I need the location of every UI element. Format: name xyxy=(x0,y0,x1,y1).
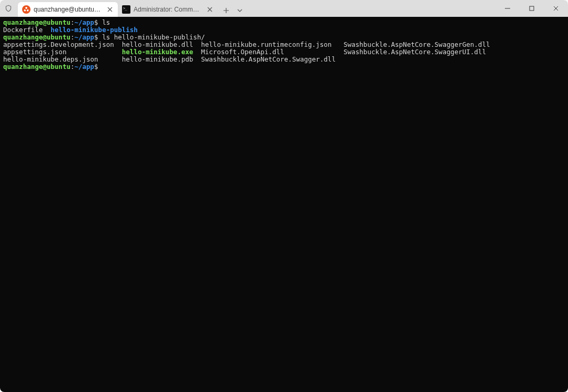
terminal-viewport[interactable]: quanzhange@ubuntu:~/app$ lsDockerfile he… xyxy=(0,17,568,392)
tab-cmd[interactable]: Administrator: Command Prom xyxy=(118,2,218,17)
tabs-strip: quanzhange@ubuntu: ~/app Administrator: … xyxy=(16,0,495,17)
title-bar: quanzhange@ubuntu: ~/app Administrator: … xyxy=(0,0,568,17)
tab-ubuntu[interactable]: quanzhange@ubuntu: ~/app xyxy=(18,2,118,17)
window-controls xyxy=(495,0,568,17)
ubuntu-icon xyxy=(22,5,31,14)
tab-close-button[interactable] xyxy=(206,6,214,13)
tab-title: Administrator: Command Prom xyxy=(134,6,202,13)
maximize-button[interactable] xyxy=(520,0,544,17)
tab-close-button[interactable] xyxy=(106,6,114,13)
close-window-button[interactable] xyxy=(544,0,568,17)
new-tab-button[interactable] xyxy=(220,4,232,17)
shield-icon xyxy=(4,4,13,13)
svg-rect-0 xyxy=(530,6,534,11)
tab-dropdown-button[interactable] xyxy=(234,4,246,17)
minimize-button[interactable] xyxy=(495,0,520,17)
tab-title: quanzhange@ubuntu: ~/app xyxy=(34,6,102,13)
cmd-icon xyxy=(122,5,130,14)
